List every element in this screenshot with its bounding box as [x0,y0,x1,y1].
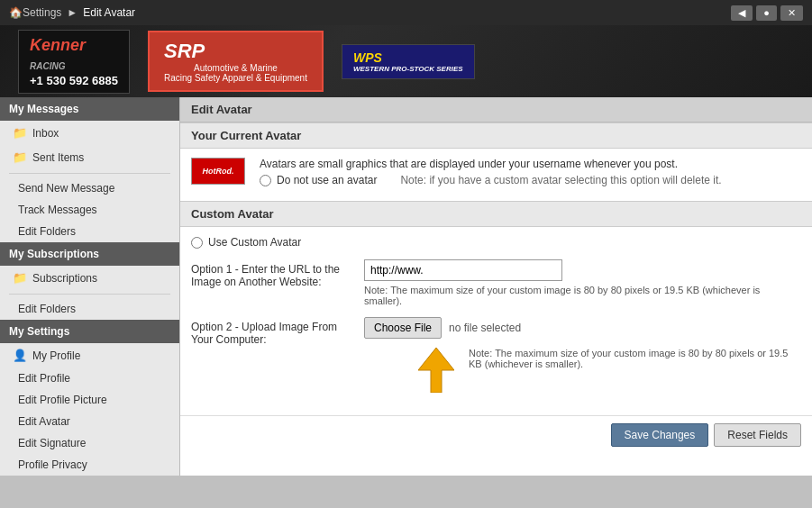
sidebar-item-my-profile[interactable]: 👤 My Profile [0,343,179,367]
sidebar: My Messages 📁 Inbox 📁 Sent Items Send Ne… [0,97,180,476]
no-avatar-label: Do not use an avatar [277,174,377,186]
svg-marker-0 [418,348,454,393]
top-btn-2[interactable]: ● [756,5,777,21]
avatar-preview: HotRod. [191,158,245,185]
save-changes-button[interactable]: Save Changes [611,423,709,447]
breadcrumb-separator: ► [67,6,78,19]
top-btn-1[interactable]: ◀ [731,5,753,21]
use-custom-label: Use Custom Avatar [208,236,301,249]
avatar-note: Note: if you have a custom avatar select… [400,174,721,186]
choose-file-button[interactable]: Choose File [364,317,442,339]
breadcrumb-current: Edit Avatar [83,6,135,19]
sidebar-item-send-new-message[interactable]: Send New Message [0,177,179,199]
home-icon: 🏠 [9,6,23,19]
sidebar-item-subscriptions[interactable]: 📁 Subscriptions [0,266,179,290]
sidebar-item-edit-signature[interactable]: Edit Signature [0,432,179,454]
sidebar-divider-1 [9,173,170,174]
sidebar-item-edit-profile[interactable]: Edit Profile [0,367,179,389]
sidebar-section-my-settings: My Settings [0,320,179,343]
content-area: Edit Avatar Your Current Avatar HotRod. … [180,97,812,476]
option2-note: Note: The maximum size of your custom im… [469,348,801,369]
top-bar: 🏠 Settings ► Edit Avatar ◀ ● ✕ [0,0,812,25]
custom-avatar-section-title: Custom Avatar [180,201,812,227]
option1-note: Note: The maximum size of your custom im… [364,285,770,306]
sidebar-item-profile-privacy[interactable]: Profile Privacy [0,454,179,476]
reset-fields-button[interactable]: Reset Fields [714,423,801,447]
banner-srp: SRP Automotive & Marine Racing Safety Ap… [148,31,324,92]
banner-wps: WPS WESTERN PRO-STOCK SERIES [342,44,475,79]
srp-line1: Automotive & Marine [164,63,307,73]
no-file-text: no file selected [449,322,521,334]
no-avatar-radio[interactable] [260,175,271,186]
breadcrumb-settings[interactable]: Settings [23,6,61,19]
sidebar-item-edit-avatar[interactable]: Edit Avatar [0,411,179,432]
sidebar-item-sent-items[interactable]: 📁 Sent Items [0,145,179,169]
action-buttons: Save Changes Reset Fields [180,415,812,454]
top-btn-3[interactable]: ✕ [780,5,803,21]
sidebar-item-edit-folders-messages[interactable]: Edit Folders [0,221,179,242]
person-icon: 👤 [13,349,27,362]
avatar-preview-text: HotRod. [203,167,234,176]
url-input[interactable] [364,259,562,281]
arrow-up-icon [418,348,454,393]
folder-icon-sent: 📁 [13,150,27,164]
content-header: Edit Avatar [180,97,812,122]
use-custom-avatar-radio[interactable] [191,237,203,249]
sidebar-divider-2 [9,294,170,295]
kenner-brand: KennerRACING [30,36,118,74]
banner: KennerRACING +1 530 592 6885 SRP Automot… [0,25,812,97]
upload-arrow [418,348,454,395]
srp-line2: Racing Safety Apparel & Equipment [164,73,307,83]
banner-kenner: KennerRACING +1 530 592 6885 [18,30,130,94]
folder-icon: 📁 [13,126,27,140]
sidebar-item-inbox[interactable]: 📁 Inbox [0,121,179,145]
option2-label: Option 2 - Upload Image From Your Comput… [191,317,353,346]
wps-subtitle: WESTERN PRO-STOCK SERIES [353,65,463,73]
sidebar-item-edit-profile-picture[interactable]: Edit Profile Picture [0,389,179,411]
sidebar-item-edit-folders-sub[interactable]: Edit Folders [0,298,179,320]
kenner-phone: +1 530 592 6885 [30,74,118,87]
folder-icon-subs: 📁 [13,271,27,285]
sidebar-item-track-messages[interactable]: Track Messages [0,199,179,221]
current-avatar-section-title: Your Current Avatar [180,122,812,149]
sidebar-section-my-subscriptions: My Subscriptions [0,242,179,266]
option1-label: Option 1 - Enter the URL to the Image on… [191,259,353,288]
avatar-description: Avatars are small graphics that are disp… [260,158,801,170]
sidebar-section-my-messages: My Messages [0,97,179,121]
